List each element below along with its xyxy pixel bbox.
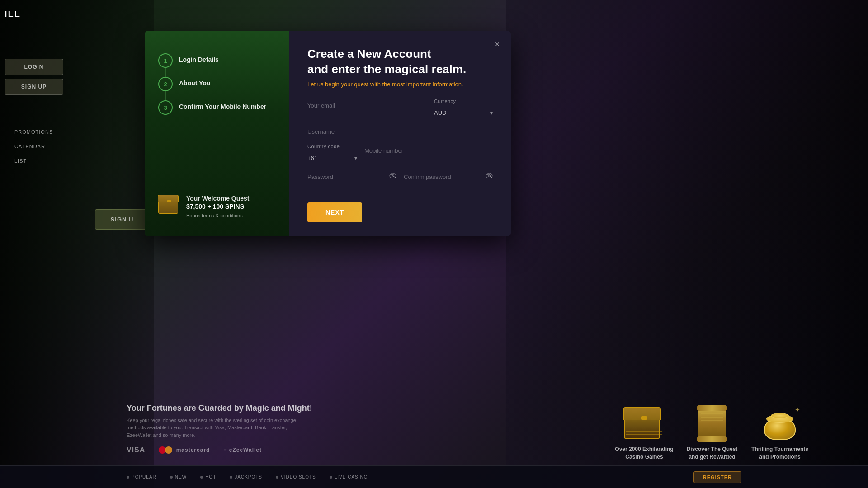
modal-left-panel: 1 Login Details 2 About You 3 Confirm Yo… [145, 31, 289, 236]
signup-sidebar-button[interactable]: SIGN UP [5, 79, 63, 95]
ezeewallet-logo: ≡ eZeeWallet [223, 447, 262, 453]
feature-card-quest: Discover The Quest and get Rewarded [683, 405, 741, 461]
quest-text: Discover The Quest and get Rewarded [683, 446, 741, 461]
currency-label: Currency [434, 99, 493, 104]
bonus-terms-link[interactable]: Bonus terms & conditions [186, 213, 250, 218]
registration-form: Currency AUD USD EUR GBP CAD ▾ [307, 99, 493, 222]
email-input[interactable] [307, 99, 427, 113]
password-row [307, 170, 493, 189]
tournaments-icon: ✦ [757, 405, 802, 441]
sidebar-item-list[interactable]: LIST [7, 155, 83, 166]
confirm-password-input[interactable] [404, 170, 493, 184]
step-1-item: 1 Login Details [158, 53, 276, 77]
currency-select[interactable]: AUD USD EUR GBP CAD [434, 106, 493, 120]
sidebar: ILL LOGIN SIGN UP PROMOTIONS CALENDAR LI… [0, 0, 90, 488]
step-3-label: Confirm Your Mobile Number [179, 103, 266, 110]
casino-games-text: Over 2000 Exhilarating Casino Games [615, 446, 674, 461]
step-2-label: About You [179, 80, 210, 87]
sidebar-item-calendar[interactable]: CALENDAR [7, 141, 83, 152]
password-group [307, 170, 396, 184]
nav-jackpots[interactable]: JACKPOTS [230, 474, 262, 479]
quest-chest-icon [158, 195, 180, 214]
visa-logo: VISA [127, 446, 145, 454]
modal-title: Create a New Account and enter the magic… [307, 47, 493, 77]
steps-container: 1 Login Details 2 About You 3 Confirm Yo… [158, 53, 276, 124]
country-mobile-row: Country code +61 +1 +44 +49 ▾ [307, 144, 493, 165]
step-2-item: 2 About You [158, 77, 276, 100]
sidebar-buttons: LOGIN SIGN UP [5, 59, 63, 95]
feature-card-tournaments: ✦ Thrilling Tournaments and Promotions [750, 405, 809, 461]
next-button[interactable]: NEXT [307, 202, 362, 222]
welcome-quest-section: Your Welcome Quest $7,500 + 100 SPINS Bo… [158, 195, 276, 218]
step-2-circle: 2 [158, 77, 173, 91]
mobile-group [364, 144, 493, 161]
email-group [307, 99, 427, 120]
email-currency-row: Currency AUD USD EUR GBP CAD ▾ [307, 99, 493, 125]
quest-title: Your Welcome Quest [186, 195, 250, 202]
modal-subtitle: Let us begin your quest with the most im… [307, 81, 493, 88]
modal-close-button[interactable]: × [491, 38, 504, 51]
password-input[interactable] [307, 170, 396, 184]
currency-select-wrapper: AUD USD EUR GBP CAD ▾ [434, 106, 493, 120]
casino-games-icon [622, 405, 667, 441]
nav-video-slots[interactable]: VIDEO SLOTS [276, 474, 316, 479]
payment-logos: VISA mastercard ≡ eZeeWallet [127, 446, 312, 454]
modal-right-panel: × Create a New Account and enter the mag… [289, 31, 511, 236]
bottom-navigation: POPULAR NEW HOT JACKPOTS VIDEO SLOTS LIV… [0, 465, 868, 488]
country-code-label: Country code [307, 144, 357, 149]
step-3-item: 3 Confirm Your Mobile Number [158, 100, 276, 124]
feature-card-casino-games: Over 2000 Exhilarating Casino Games [615, 405, 674, 461]
country-code-group: Country code +61 +1 +44 +49 ▾ [307, 144, 357, 165]
feature-cards-section: Over 2000 Exhilarating Casino Games Disc… [615, 405, 809, 461]
bottom-section-desc: Keep your regal riches safe and secure w… [127, 417, 298, 439]
country-code-select[interactable]: +61 +1 +44 +49 [307, 151, 357, 165]
sidebar-logo: ILL [5, 9, 21, 19]
nav-popular[interactable]: POPULAR [127, 474, 156, 479]
step-1-circle: 1 [158, 53, 173, 68]
username-input[interactable] [307, 125, 493, 139]
step-3-circle: 3 [158, 100, 173, 115]
nav-new[interactable]: NEW [170, 474, 187, 479]
currency-group: Currency AUD USD EUR GBP CAD ▾ [434, 99, 493, 120]
confirm-password-toggle-icon[interactable] [486, 173, 493, 180]
mastercard-logo: mastercard [159, 446, 210, 454]
registration-modal: 1 Login Details 2 About You 3 Confirm Yo… [145, 31, 511, 236]
password-toggle-icon[interactable] [389, 173, 396, 180]
step-1-label: Login Details [179, 56, 219, 63]
bottom-section-title: Your Fortunes are Guarded by Magic and M… [127, 404, 312, 413]
tournaments-text: Thrilling Tournaments and Promotions [750, 446, 809, 461]
country-code-select-wrapper: +61 +1 +44 +49 ▾ [307, 151, 357, 165]
mobile-input[interactable] [364, 144, 493, 158]
sidebar-item-promotions[interactable]: PROMOTIONS [7, 127, 83, 137]
quest-text-block: Your Welcome Quest $7,500 + 100 SPINS Bo… [186, 195, 250, 218]
nav-live-casino[interactable]: LIVE CASINO [330, 474, 368, 479]
confirm-password-group [404, 170, 493, 184]
quest-reward: $7,500 + 100 SPINS [186, 203, 250, 210]
signup-main-button[interactable]: SIGN U [95, 209, 149, 230]
username-group [307, 125, 493, 139]
login-button[interactable]: LOGIN [5, 59, 63, 75]
register-button-bottom[interactable]: REGISTER [693, 471, 741, 483]
nav-hot[interactable]: HOT [200, 474, 216, 479]
quest-icon [689, 405, 735, 441]
